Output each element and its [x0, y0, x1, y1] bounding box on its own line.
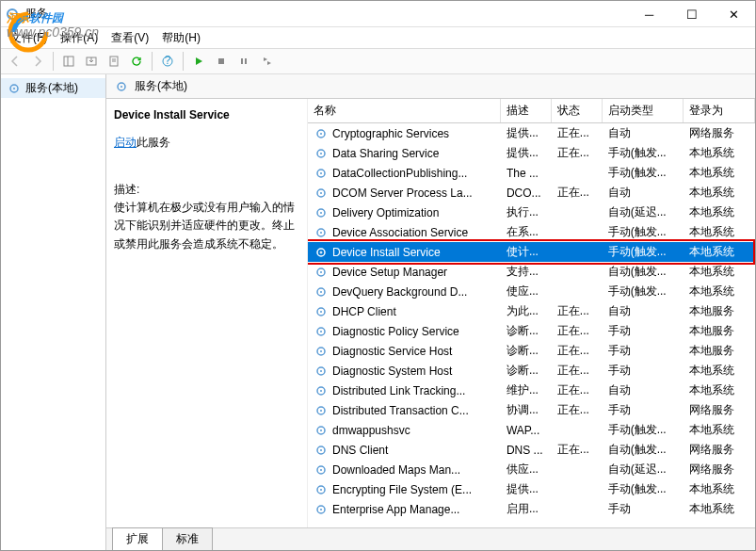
cell-logon: 本地服务	[684, 321, 755, 341]
show-hide-button[interactable]	[58, 51, 79, 72]
svg-point-52	[320, 469, 322, 471]
cell-logon: 本地系统	[684, 381, 755, 400]
tree-root-services[interactable]: 服务(本地)	[1, 78, 105, 98]
cell-name: DNS Client	[308, 440, 501, 460]
cell-name: Distributed Link Tracking...	[308, 381, 501, 400]
service-row[interactable]: Diagnostic Service Host诊断...正在...手动本地服务	[308, 341, 755, 361]
service-row[interactable]: Device Setup Manager支持...自动(触发...本地系统	[308, 262, 755, 282]
properties-button[interactable]	[104, 51, 124, 72]
cell-status	[552, 262, 603, 282]
svg-rect-11	[241, 58, 243, 64]
start-service-link[interactable]: 启动	[114, 136, 137, 149]
service-row[interactable]: Enterprise App Manage...启用...手动本地系统	[308, 499, 755, 519]
cell-logon: 本地系统	[684, 203, 755, 222]
cell-logon: 网络服务	[684, 460, 755, 479]
menu-help[interactable]: 帮助(H)	[158, 28, 204, 48]
svg-point-48	[320, 429, 322, 431]
cell-desc: 提供...	[501, 479, 552, 499]
service-row[interactable]: Downloaded Maps Man...供应...自动(延迟...网络服务	[308, 460, 755, 479]
cell-status: 正在...	[552, 183, 603, 203]
cell-desc: 供应...	[501, 460, 552, 479]
tab-standard[interactable]: 标准	[162, 527, 213, 550]
col-name[interactable]: 名称	[308, 99, 501, 123]
start-service-button[interactable]	[188, 51, 209, 72]
minimize-button[interactable]: ─	[628, 1, 670, 27]
cell-startup: 手动(触发...	[603, 479, 684, 499]
cell-logon: 本地服务	[684, 301, 755, 321]
service-row[interactable]: Encrypting File System (E...提供...手动(触发..…	[308, 479, 755, 499]
cell-name: Device Association Service	[308, 222, 501, 242]
cell-desc: DNS ...	[501, 440, 552, 460]
cell-status: 正在...	[552, 143, 603, 163]
service-row[interactable]: Distributed Transaction C...协调...正在...手动…	[308, 400, 755, 420]
svg-point-22	[320, 172, 322, 174]
cell-startup: 手动(触发...	[603, 222, 684, 242]
restart-service-button[interactable]	[256, 51, 277, 72]
export-button[interactable]	[81, 51, 102, 72]
maximize-button[interactable]: ☐	[670, 1, 713, 27]
cell-status: 正在...	[552, 440, 603, 460]
pause-service-button[interactable]	[233, 51, 254, 72]
svg-rect-12	[245, 58, 247, 64]
cell-desc: 提供...	[501, 143, 552, 163]
cell-name: DHCP Client	[308, 301, 501, 321]
refresh-button[interactable]	[126, 51, 147, 72]
cell-startup: 手动	[603, 361, 684, 381]
cell-name: DCOM Server Process La...	[308, 183, 501, 203]
cell-logon: 本地系统	[684, 479, 755, 499]
cell-startup: 自动	[603, 123, 684, 144]
svg-point-34	[320, 291, 322, 293]
service-row[interactable]: Distributed Link Tracking...维护...正在...自动…	[308, 381, 755, 400]
cell-desc: 使计...	[501, 242, 552, 262]
cell-logon: 网络服务	[684, 440, 755, 460]
col-desc[interactable]: 描述	[501, 99, 552, 123]
cell-name: Data Sharing Service	[308, 143, 501, 163]
cell-status: 正在...	[552, 321, 603, 341]
service-row[interactable]: DNS ClientDNS ...正在...自动(触发...网络服务	[308, 440, 755, 460]
col-status[interactable]: 状态	[552, 99, 603, 123]
help-button[interactable]: ?	[157, 51, 178, 72]
cell-startup: 手动(触发...	[603, 143, 684, 163]
cell-logon: 本地系统	[684, 420, 755, 440]
service-row[interactable]: DHCP Client为此...正在...自动本地服务	[308, 301, 755, 321]
service-row[interactable]: Device Install Service使计...手动(触发...本地系统	[308, 242, 755, 262]
cell-startup: 自动	[603, 183, 684, 203]
forward-button[interactable]	[27, 51, 48, 72]
stop-service-button[interactable]	[211, 51, 232, 72]
close-button[interactable]: ✕	[713, 1, 755, 27]
right-header: 服务(本地)	[106, 74, 755, 99]
cell-startup: 手动	[603, 321, 684, 341]
service-row[interactable]: Device Association Service在系...手动(触发...本…	[308, 222, 755, 242]
service-row[interactable]: DCOM Server Process La...DCO...正在...自动本地…	[308, 183, 755, 203]
cell-desc: 启用...	[501, 499, 552, 519]
right-header-title: 服务(本地)	[135, 78, 187, 94]
toolbar: ?	[1, 48, 755, 74]
services-list[interactable]: 名称 描述 状态 启动类型 登录为 Cryptographic Services…	[308, 99, 755, 527]
svg-point-56	[320, 509, 322, 510]
cell-status	[552, 203, 603, 222]
menu-action[interactable]: 操作(A)	[56, 28, 102, 48]
cell-logon: 本地系统	[684, 499, 755, 519]
col-startup[interactable]: 启动类型	[603, 99, 684, 123]
service-row[interactable]: DevQuery Background D...使应...手动(触发...本地系…	[308, 282, 755, 301]
cell-status: 正在...	[552, 381, 603, 400]
service-row[interactable]: Cryptographic Services提供...正在...自动网络服务	[308, 123, 755, 144]
back-button[interactable]	[5, 51, 25, 72]
svg-point-16	[121, 86, 122, 88]
col-logon[interactable]: 登录为	[684, 99, 755, 123]
desc-label: 描述:	[114, 181, 299, 199]
cell-startup: 自动(延迟...	[603, 460, 684, 479]
service-row[interactable]: Delivery Optimization执行...自动(延迟...本地系统	[308, 203, 755, 222]
service-row[interactable]: Diagnostic Policy Service诊断...正在...手动本地服…	[308, 321, 755, 341]
service-row[interactable]: dmwappushsvcWAP...手动(触发...本地系统	[308, 420, 755, 440]
service-row[interactable]: DataCollectionPublishing...The ...手动(触发.…	[308, 163, 755, 183]
cell-status	[552, 222, 603, 242]
cell-name: Cryptographic Services	[308, 123, 501, 143]
service-row[interactable]: Diagnostic System Host诊断...正在...手动本地系统	[308, 361, 755, 381]
service-row[interactable]: Data Sharing Service提供...正在...手动(触发...本地…	[308, 143, 755, 163]
cell-logon: 本地系统	[684, 222, 755, 242]
cell-startup: 手动	[603, 499, 684, 519]
cell-logon: 本地系统	[684, 282, 755, 301]
menu-view[interactable]: 查看(V)	[107, 28, 153, 48]
tab-extended[interactable]: 扩展	[112, 527, 163, 550]
